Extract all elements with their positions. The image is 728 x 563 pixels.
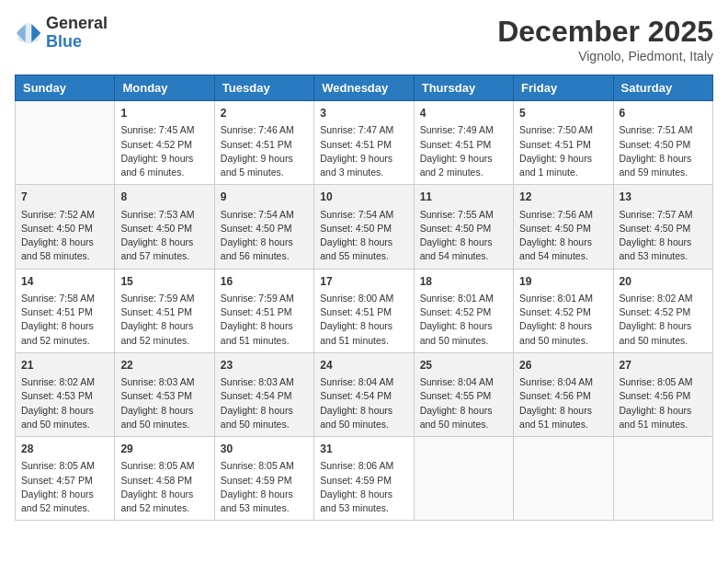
day-number: 26 — [519, 358, 607, 373]
day-info: Sunrise: 7:54 AMSunset: 4:50 PMDaylight:… — [320, 208, 407, 264]
day-number: 14 — [21, 274, 108, 290]
day-number: 2 — [221, 106, 308, 121]
weekday-header-saturday: Saturday — [613, 75, 712, 101]
day-info: Sunrise: 7:45 AMSunset: 4:52 PMDaylight:… — [120, 123, 208, 179]
day-info: Sunrise: 7:52 AMSunset: 4:50 PMDaylight:… — [21, 208, 108, 264]
day-info: Sunrise: 8:05 AMSunset: 4:57 PMDaylight:… — [21, 459, 108, 515]
calendar-cell: 9Sunrise: 7:54 AMSunset: 4:50 PMDaylight… — [214, 185, 313, 269]
day-number: 21 — [21, 358, 108, 373]
day-info: Sunrise: 8:05 AMSunset: 4:56 PMDaylight:… — [620, 375, 707, 431]
calendar-cell: 22Sunrise: 8:03 AMSunset: 4:53 PMDayligh… — [115, 352, 214, 436]
calendar-cell: 12Sunrise: 7:56 AMSunset: 4:50 PMDayligh… — [514, 185, 613, 269]
day-number: 29 — [120, 442, 208, 457]
day-number: 24 — [320, 358, 407, 373]
day-number: 11 — [420, 190, 507, 205]
day-number: 9 — [221, 190, 308, 205]
calendar-table: SundayMondayTuesdayWednesdayThursdayFrid… — [15, 75, 713, 521]
calendar-cell: 6Sunrise: 7:51 AMSunset: 4:50 PMDaylight… — [613, 101, 712, 185]
calendar-cell: 10Sunrise: 7:54 AMSunset: 4:50 PMDayligh… — [314, 185, 414, 269]
day-info: Sunrise: 8:04 AMSunset: 4:56 PMDaylight:… — [519, 375, 607, 431]
calendar-cell: 18Sunrise: 8:01 AMSunset: 4:52 PMDayligh… — [414, 269, 513, 352]
day-number: 5 — [519, 106, 607, 121]
calendar-cell — [514, 437, 613, 521]
month-title: December 2025 — [497, 15, 713, 49]
logo-blue-text: Blue — [46, 33, 108, 52]
day-info: Sunrise: 7:53 AMSunset: 4:50 PMDaylight:… — [120, 208, 208, 264]
day-number: 13 — [620, 190, 707, 205]
day-number: 4 — [420, 106, 507, 121]
day-info: Sunrise: 7:49 AMSunset: 4:51 PMDaylight:… — [420, 123, 507, 179]
calendar-cell: 30Sunrise: 8:05 AMSunset: 4:59 PMDayligh… — [214, 437, 313, 521]
weekday-header-sunday: Sunday — [16, 75, 115, 101]
day-number: 23 — [221, 358, 308, 373]
calendar-cell: 15Sunrise: 7:59 AMSunset: 4:51 PMDayligh… — [115, 269, 214, 352]
day-number: 22 — [120, 358, 208, 373]
calendar-cell: 21Sunrise: 8:02 AMSunset: 4:53 PMDayligh… — [16, 352, 115, 436]
weekday-header-wednesday: Wednesday — [314, 75, 414, 101]
day-info: Sunrise: 7:56 AMSunset: 4:50 PMDaylight:… — [519, 208, 607, 264]
day-number: 25 — [420, 358, 507, 373]
calendar-week-row: 14Sunrise: 7:58 AMSunset: 4:51 PMDayligh… — [16, 269, 713, 352]
calendar-week-row: 7Sunrise: 7:52 AMSunset: 4:50 PMDaylight… — [16, 185, 713, 269]
day-number: 8 — [120, 190, 208, 205]
logo: General Blue — [15, 15, 108, 52]
day-info: Sunrise: 8:05 AMSunset: 4:59 PMDaylight:… — [221, 459, 308, 515]
day-info: Sunrise: 7:50 AMSunset: 4:51 PMDaylight:… — [519, 123, 607, 179]
calendar-cell: 17Sunrise: 8:00 AMSunset: 4:51 PMDayligh… — [314, 269, 414, 352]
calendar-cell: 2Sunrise: 7:46 AMSunset: 4:51 PMDaylight… — [214, 101, 313, 185]
calendar-cell: 11Sunrise: 7:55 AMSunset: 4:50 PMDayligh… — [414, 185, 513, 269]
calendar-cell: 4Sunrise: 7:49 AMSunset: 4:51 PMDaylight… — [414, 101, 513, 185]
calendar-week-row: 21Sunrise: 8:02 AMSunset: 4:53 PMDayligh… — [16, 352, 713, 436]
weekday-header-monday: Monday — [115, 75, 214, 101]
calendar-cell: 26Sunrise: 8:04 AMSunset: 4:56 PMDayligh… — [514, 352, 613, 436]
calendar-cell: 5Sunrise: 7:50 AMSunset: 4:51 PMDaylight… — [514, 101, 613, 185]
calendar-week-row: 28Sunrise: 8:05 AMSunset: 4:57 PMDayligh… — [16, 437, 713, 521]
day-info: Sunrise: 8:01 AMSunset: 4:52 PMDaylight:… — [519, 292, 607, 348]
day-number: 7 — [21, 190, 108, 205]
day-info: Sunrise: 7:54 AMSunset: 4:50 PMDaylight:… — [221, 208, 308, 264]
title-block: December 2025 Vignolo, Piedmont, Italy — [497, 15, 713, 63]
day-number: 17 — [320, 274, 407, 290]
day-number: 19 — [519, 274, 607, 290]
calendar-cell: 31Sunrise: 8:06 AMSunset: 4:59 PMDayligh… — [314, 437, 414, 521]
day-info: Sunrise: 8:05 AMSunset: 4:58 PMDaylight:… — [120, 459, 208, 515]
calendar-cell: 16Sunrise: 7:59 AMSunset: 4:51 PMDayligh… — [214, 269, 313, 352]
day-info: Sunrise: 7:58 AMSunset: 4:51 PMDaylight:… — [21, 292, 108, 348]
calendar-cell — [613, 437, 712, 521]
day-info: Sunrise: 7:51 AMSunset: 4:50 PMDaylight:… — [620, 123, 707, 179]
day-info: Sunrise: 7:57 AMSunset: 4:50 PMDaylight:… — [620, 208, 707, 264]
day-number: 1 — [120, 106, 208, 121]
day-number: 31 — [320, 442, 407, 457]
calendar-cell: 7Sunrise: 7:52 AMSunset: 4:50 PMDaylight… — [16, 185, 115, 269]
calendar-cell: 25Sunrise: 8:04 AMSunset: 4:55 PMDayligh… — [414, 352, 513, 436]
day-number: 30 — [221, 442, 308, 457]
day-info: Sunrise: 8:04 AMSunset: 4:54 PMDaylight:… — [320, 375, 407, 431]
calendar-cell: 23Sunrise: 8:03 AMSunset: 4:54 PMDayligh… — [214, 352, 313, 436]
day-number: 3 — [320, 106, 407, 121]
weekday-header-friday: Friday — [514, 75, 613, 101]
day-info: Sunrise: 7:55 AMSunset: 4:50 PMDaylight:… — [420, 208, 507, 264]
day-number: 15 — [120, 274, 208, 290]
day-number: 18 — [420, 274, 507, 290]
weekday-header-tuesday: Tuesday — [214, 75, 313, 101]
day-number: 20 — [620, 274, 707, 290]
calendar-cell: 8Sunrise: 7:53 AMSunset: 4:50 PMDaylight… — [115, 185, 214, 269]
day-number: 16 — [221, 274, 308, 290]
day-info: Sunrise: 8:06 AMSunset: 4:59 PMDaylight:… — [320, 459, 407, 515]
calendar-cell: 19Sunrise: 8:01 AMSunset: 4:52 PMDayligh… — [514, 269, 613, 352]
location-text: Vignolo, Piedmont, Italy — [497, 49, 713, 63]
day-info: Sunrise: 7:59 AMSunset: 4:51 PMDaylight:… — [221, 292, 308, 348]
calendar-cell: 29Sunrise: 8:05 AMSunset: 4:58 PMDayligh… — [115, 437, 214, 521]
day-info: Sunrise: 8:03 AMSunset: 4:54 PMDaylight:… — [221, 375, 308, 431]
calendar-cell: 14Sunrise: 7:58 AMSunset: 4:51 PMDayligh… — [16, 269, 115, 352]
weekday-header-thursday: Thursday — [414, 75, 513, 101]
calendar-cell: 3Sunrise: 7:47 AMSunset: 4:51 PMDaylight… — [314, 101, 414, 185]
calendar-cell: 1Sunrise: 7:45 AMSunset: 4:52 PMDaylight… — [115, 101, 214, 185]
day-number: 10 — [320, 190, 407, 205]
calendar-cell — [16, 101, 115, 185]
day-info: Sunrise: 7:59 AMSunset: 4:51 PMDaylight:… — [120, 292, 208, 348]
calendar-cell: 28Sunrise: 8:05 AMSunset: 4:57 PMDayligh… — [16, 437, 115, 521]
day-info: Sunrise: 8:01 AMSunset: 4:52 PMDaylight:… — [420, 292, 507, 348]
calendar-cell: 13Sunrise: 7:57 AMSunset: 4:50 PMDayligh… — [613, 185, 712, 269]
calendar-cell: 27Sunrise: 8:05 AMSunset: 4:56 PMDayligh… — [613, 352, 712, 436]
